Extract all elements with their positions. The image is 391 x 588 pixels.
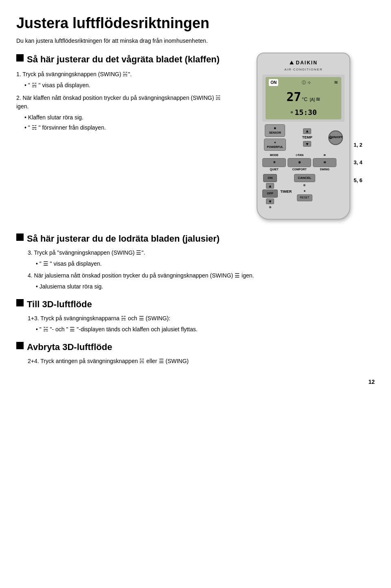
cancel-block: CANCEL ⊕ ● RESET — [294, 174, 315, 210]
swing-label: SWING — [320, 167, 329, 172]
step2-bullet2: • " ☵ " försvinner från displayen. — [24, 123, 232, 132]
timer-icon: ⊕ — [269, 205, 272, 210]
left-column: Så här justerar du det vågräta bladet (k… — [16, 53, 232, 220]
vertical-section-heading: Så här justerar du de lodräta bladen (ja… — [16, 232, 375, 245]
swing-top-label: ≋ — [323, 153, 326, 158]
timer-on-button[interactable]: ON — [263, 174, 277, 182]
vertical-section-content: 3. Tryck på "svängningsknappen (SWING) ☰… — [28, 249, 375, 291]
swing-icon2: ≋ — [323, 161, 326, 164]
callouts: 1, 2 3, 4 5, 6 — [354, 83, 362, 189]
power-icon: ⏻ — [329, 135, 332, 140]
fan-block: ⊹FAN ⊛ COMFORT — [288, 153, 311, 172]
timer-down-button[interactable]: ▼ — [266, 198, 274, 204]
timer-off-button[interactable]: OFF — [262, 189, 278, 198]
timer-block: ON ▲ OFF ▼ ⊕ — [262, 174, 278, 210]
info-icon: ⓘ — [302, 79, 306, 86]
timer-label: TIMER — [280, 189, 292, 195]
intro-text: Du kan justera luftflödesriktningen för … — [16, 37, 375, 45]
callout-2: 3, 4 — [354, 159, 362, 167]
time-row: ⊕ 15:30 — [269, 107, 338, 118]
timer-up-button[interactable]: ▲ — [266, 183, 274, 189]
dot-icon: ● — [303, 189, 305, 194]
page-number: 12 — [16, 378, 375, 386]
page-title: Justera luftflödesriktningen — [16, 12, 375, 34]
step2-bullet1: • Klaffen slutar röra sig. — [24, 113, 232, 122]
remote-subtitle: AIR·CONDITIONER — [262, 67, 345, 72]
svg-marker-0 — [290, 61, 294, 64]
avbryta-3d-section: Avbryta 3D-luftflöde 2+4. Tryck antingen… — [16, 340, 375, 366]
fan-icon2: ⊛ — [298, 161, 301, 164]
mode-top-label: MODE — [270, 153, 279, 158]
temp-control: ▲ TEMP ▼ — [302, 128, 312, 147]
section-bullet-icon4 — [16, 342, 24, 349]
till-3d-step: 1+3. Tryck på svängningsknapparna ☵ och … — [28, 314, 375, 323]
avbryta-3d-step: 2+4. Tryck antingen på svängningsknappen… — [28, 357, 375, 366]
mode-fan-swing-row: MODE ☀ QUIET ⊹FAN ⊛ COMFORT — [262, 153, 345, 172]
temp-up-button[interactable]: ▲ — [303, 128, 311, 134]
quiet-label: QUIET — [270, 167, 278, 172]
remote-wrapper: DAIKIN AIR·CONDITIONER ON ⓘ ⊹ ≋ — [257, 53, 362, 220]
step4-bullet1: • Jalusierna slutar röra sig. — [36, 282, 375, 291]
right-column: DAIKIN AIR·CONDITIONER ON ⓘ ⊹ ≋ — [244, 53, 375, 220]
step3-text: 3. Tryck på "svängningsknappen (SWING) ☰… — [28, 249, 375, 257]
a-indicator: [A] — [310, 97, 315, 103]
section-bullet-icon2 — [16, 233, 24, 241]
mode-icon2: ☀ — [273, 161, 276, 164]
wind-icon: ≋ — [316, 95, 321, 104]
till-3d-bullet: • " ☵ "- och " ☰ "-displayen tänds och k… — [36, 325, 375, 334]
powerful-button[interactable]: ♦ POWERFUL — [264, 139, 286, 151]
sensor-button[interactable]: ☻ SENSOR — [265, 124, 285, 137]
clock-icon: ⊕ — [290, 110, 293, 115]
temp-value: 27 — [286, 88, 301, 106]
remote-brand: DAIKIN — [262, 59, 345, 66]
sensor-temp-row: ☻ SENSOR ♦ POWERFUL ▲ TEMP ▼ — [262, 124, 345, 151]
temp-down-button[interactable]: ▼ — [303, 141, 311, 147]
daikin-logo-icon — [289, 60, 294, 65]
till-3d-heading: Till 3D-luftflöde — [16, 297, 375, 311]
reset-button[interactable]: RESET — [297, 194, 312, 201]
display-icons: ⓘ ⊹ — [302, 79, 311, 86]
avbryta-3d-content: 2+4. Tryck antingen på svängningsknappen… — [28, 357, 375, 366]
time-display: 15:30 — [295, 107, 317, 118]
comfort-label: COMFORT — [292, 167, 306, 172]
swing-button[interactable]: ≋ — [313, 158, 336, 167]
sensor-icon: ☻ — [273, 126, 277, 130]
step2-text: 2. När klaffen nått önskad position tryc… — [16, 94, 232, 111]
callout-3: 5, 6 — [354, 176, 362, 185]
remote-control: DAIKIN AIR·CONDITIONER ON ⓘ ⊹ ≋ — [257, 53, 350, 220]
till-3d-section: Till 3D-luftflöde 1+3. Tryck på svängnin… — [16, 297, 375, 334]
fan-button[interactable]: ⊛ — [288, 158, 311, 167]
cancel-button[interactable]: CANCEL — [294, 174, 315, 182]
lower-section: Så här justerar du de lodräta bladen (ja… — [16, 232, 375, 366]
horizontal-section-heading: Så här justerar du det vågräta bladet (k… — [16, 53, 232, 66]
timer-cancel-row: ON ▲ OFF ▼ ⊕ TIMER CANCEL ⊕ ● RESET — [262, 174, 345, 210]
display-top-row: ON ⓘ ⊹ ≋ — [269, 79, 338, 86]
remote-display: ON ⓘ ⊹ ≋ 27 °C [A] ≋ — [262, 75, 345, 122]
fan-top-label: ⊹FAN — [295, 153, 303, 158]
mode-block: MODE ☀ QUIET — [262, 153, 286, 172]
temp-label: TEMP — [302, 135, 312, 141]
avbryta-3d-heading: Avbryta 3D-luftflöde — [16, 340, 375, 354]
mode-button[interactable]: ☀ — [262, 158, 286, 167]
section-bullet-icon — [16, 54, 24, 62]
timer-label-col: TIMER — [280, 174, 292, 210]
onoff-label: ON/OFF — [332, 135, 343, 140]
temperature-display: 27 °C [A] ≋ — [269, 88, 338, 106]
callout-1: 1, 2 — [354, 141, 362, 149]
plus-icon: ⊕ — [303, 183, 306, 188]
step1-text: 1. Tryck på svängningsknappen (SWING) ☵"… — [16, 70, 232, 79]
fan-icon: ⊹ — [308, 79, 311, 86]
step1-bullet: • " ☵ " visas på displayen. — [24, 81, 232, 90]
powerful-icon: ♦ — [274, 141, 276, 144]
on-label: ON — [269, 79, 278, 86]
temp-unit: °C — [302, 96, 307, 103]
sensor-col: ☻ SENSOR ♦ POWERFUL — [264, 124, 286, 151]
step3-bullet: • " ☰ " visas på displayen. — [36, 260, 375, 268]
till-3d-content: 1+3. Tryck på svängningsknapparna ☵ och … — [28, 314, 375, 334]
mode-icon: ≋ — [334, 79, 338, 86]
display-inner: ON ⓘ ⊹ ≋ 27 °C [A] ≋ — [266, 77, 341, 119]
onoff-button[interactable]: ⏻ ON/OFF — [328, 130, 343, 145]
swing-block: ≋ ≋ SWING — [313, 153, 336, 172]
section-bullet-icon3 — [16, 299, 24, 306]
step4-text: 4. När jalusierna nått önskad position t… — [28, 271, 375, 280]
